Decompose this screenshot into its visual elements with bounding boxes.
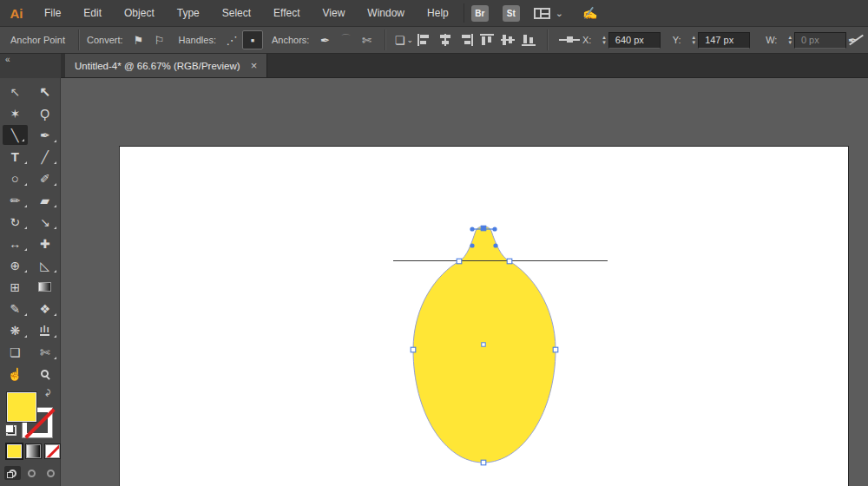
type-tool[interactable]: T [0,146,30,167]
width-tool[interactable]: ↔ [0,233,30,254]
anchor-point-tool[interactable]: ╲ [3,125,28,145]
line-segment-tool[interactable]: ╱ [30,146,61,167]
shape-builder-tool[interactable]: ⊕ [0,254,30,276]
align-left-button[interactable] [414,30,435,49]
magic-wand-tool[interactable]: ✶ [0,102,30,124]
align-bottom-button[interactable] [518,30,539,49]
collapse-panel-button[interactable]: « [5,55,10,64]
align-horizontal-center-button[interactable] [435,30,456,49]
slice-tool[interactable]: ✄ [30,341,61,363]
swap-fill-stroke-icon[interactable]: ↷ [41,389,53,397]
eraser-icon: ▰ [40,194,49,207]
tools-panel: ↖ ↖ ✶ Ϙ ╲ ✒ T ╱ ○ ✐ ✏ ▰ ↻ ↘ ↔ ✚ ⊕ ◺ ⊞ ✎ … [0,78,61,486]
y-input[interactable]: 147 px [698,32,750,49]
menu-select[interactable]: Select [211,0,262,26]
column-graph-tool[interactable]: ılı [30,319,61,341]
x-stepper[interactable]: ▴▾ [602,35,606,45]
artboard-tool[interactable]: ❏ [0,341,30,363]
puppet-warp-tool[interactable]: ✚ [30,233,61,254]
separator [385,30,385,50]
pencil-tool[interactable]: ✏ [0,189,30,211]
pen-icon: ✒ [40,128,50,142]
default-fill-stroke-icon[interactable] [5,424,16,436]
w-stepper: ▴▾ [788,35,792,45]
menu-view[interactable]: View [312,0,357,26]
magic-wand-icon: ✶ [10,107,20,121]
hand-tool[interactable]: ☝ [0,363,30,384]
stock-button[interactable]: St [503,5,520,22]
blend-tool[interactable]: ❖ [30,298,61,319]
symbol-sprayer-icon: ❋ [10,324,20,338]
handles-label: Handles: [179,35,216,45]
menu-object[interactable]: Object [113,0,166,26]
direct-selection-tool[interactable]: ↖ [30,81,61,102]
mesh-icon: ⊞ [10,280,20,294]
symbol-sprayer-tool[interactable]: ❋ [0,319,30,341]
menu-window[interactable]: Window [356,0,416,26]
menu-help[interactable]: Help [416,0,460,26]
draw-normal-button[interactable] [4,466,21,480]
ellipse-tool[interactable]: ○ [0,167,30,189]
hide-handles-button[interactable]: ▪ [242,30,263,49]
menu-file[interactable]: File [33,0,72,26]
chevron-down-icon[interactable]: ⌄ [556,8,563,19]
align-top-icon [480,34,494,46]
anchors-label: Anchors: [272,35,309,45]
draw-normal-icon [9,470,16,477]
menu-effect[interactable]: Effect [262,0,311,26]
gradient-button[interactable] [26,444,41,458]
artboard[interactable] [119,146,849,486]
remove-anchor-button[interactable]: ✒ [314,30,335,49]
paintbrush-tool[interactable]: ✐ [30,167,61,189]
eraser-tool[interactable]: ▰ [30,189,61,211]
line-segment-icon: ╱ [42,150,49,164]
ellipse-icon: ○ [11,171,19,186]
canvas-pasteboard[interactable] [61,78,868,486]
rotate-tool[interactable]: ↻ [0,211,30,233]
convert-to-smooth-button[interactable]: ⚐ [149,30,170,49]
align-left-icon [418,34,431,46]
selection-tool[interactable]: ↖ [0,81,30,102]
close-tab-icon[interactable]: × [251,62,258,70]
pen-tool[interactable]: ✒ [30,124,61,146]
eyedropper-tool[interactable]: ✎ [0,298,30,319]
none-button[interactable] [45,444,60,458]
zoom-tool[interactable] [30,363,61,384]
align-to-selection-dropdown[interactable]: ❏ ⌄ [393,30,414,49]
align-h-center-icon [438,34,452,46]
app-logo[interactable]: Ai [0,6,33,21]
paintbrush-icon: ✐ [40,172,50,186]
show-handles-button[interactable]: ⋰ [221,30,242,49]
align-vertical-center-button[interactable] [497,30,518,49]
eyedropper-icon: ✎ [10,302,20,316]
color-button[interactable] [7,444,22,458]
mesh-tool[interactable]: ⊞ [0,276,30,298]
scale-tool[interactable]: ↘ [30,211,61,233]
cut-path-button[interactable]: ✄ [356,30,377,49]
lasso-tool[interactable]: Ϙ [30,102,61,124]
draw-behind-button[interactable] [23,466,40,480]
x-input[interactable]: 640 px [608,32,661,49]
y-stepper[interactable]: ▴▾ [693,35,696,45]
scale-icon: ↘ [40,215,50,229]
bridge-button[interactable]: Br [471,5,489,22]
corner-point-icon: ⚑ [134,34,144,47]
convert-to-corner-button[interactable]: ⚑ [128,30,149,49]
stepper-down-icon[interactable]: ▾ [693,40,696,45]
chevron-down-icon: ⌄ [406,36,413,44]
menu-type[interactable]: Type [166,0,211,26]
lasso-icon: Ϙ [40,107,49,121]
align-right-button[interactable] [456,30,477,49]
gradient-tool[interactable] [30,276,61,298]
stepper-down-icon[interactable]: ▾ [602,40,606,45]
connect-anchors-button[interactable]: ⌒ [335,30,356,49]
workspace-layout-icon[interactable] [534,8,550,19]
perspective-grid-tool[interactable]: ◺ [30,254,61,276]
align-top-button[interactable] [477,30,497,49]
document-tab[interactable]: Untitled-4* @ 66.67% (RGB/Preview) × [65,54,267,77]
crossed-pen-icon[interactable]: ✒ [846,31,859,49]
menu-edit[interactable]: Edit [72,0,113,26]
fill-swatch[interactable] [7,392,36,422]
hide-handles-icon: ▪ [251,34,255,47]
draw-inside-button[interactable] [43,466,59,480]
